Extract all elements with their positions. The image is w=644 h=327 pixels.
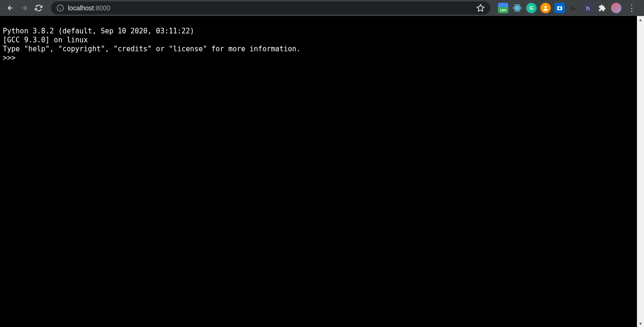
url-text: localhost:8000 [68,4,110,12]
camera-extension-icon[interactable] [554,3,565,13]
browser-toolbar: localhost:8000 16h G [0,0,644,16]
terminal-line-compiler: [GCC 9.3.0] on linux [3,36,88,44]
url-host: localhost [68,4,94,12]
svg-point-8 [545,6,547,8]
scroll-down-arrow-icon[interactable]: ▾ [637,320,644,327]
forward-button[interactable] [18,1,31,15]
orange-extension-icon[interactable] [540,3,551,13]
scroll-up-arrow-icon[interactable]: ▴ [637,16,644,23]
calendar-extension-icon[interactable]: 16h [498,3,508,13]
url-port: :8000 [94,4,110,12]
extensions-puzzle-icon[interactable] [597,3,607,13]
scroll-track[interactable] [637,23,644,320]
h-extension-icon[interactable]: h [583,3,593,13]
terminal-line-help: Type "help", "copyright", "credits" or "… [3,45,301,53]
svg-point-4 [516,7,518,8]
grammarly-extension-icon[interactable]: G [526,3,537,13]
bookmark-star-icon[interactable] [476,4,485,12]
react-devtools-icon[interactable] [512,3,522,13]
terminal-prompt: >>> [3,54,20,63]
address-bar[interactable]: localhost:8000 [51,1,490,15]
profile-avatar-icon[interactable] [611,3,621,13]
vertical-scrollbar[interactable]: ▴ ▾ [637,16,644,327]
python-terminal[interactable]: Python 3.8.2 (default, Sep 10 2020, 03:1… [0,16,637,327]
dark-extension-icon[interactable] [569,3,579,13]
back-button[interactable] [4,1,17,15]
browser-menu-icon[interactable]: ⋮ [625,3,638,13]
svg-marker-3 [477,5,484,11]
site-info-icon[interactable] [57,4,64,12]
content-area: Python 3.8.2 (default, Sep 10 2020, 03:1… [0,16,644,327]
reload-button[interactable] [32,1,45,15]
terminal-line-version: Python 3.8.2 (default, Sep 10 2020, 03:1… [3,27,198,35]
svg-point-10 [559,7,561,9]
nav-buttons [4,1,45,15]
extension-icons: 16h G h [496,3,640,13]
